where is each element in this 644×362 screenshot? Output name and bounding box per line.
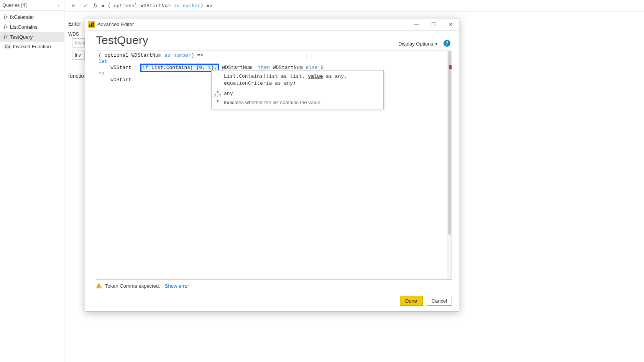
error-marker[interactable] xyxy=(449,65,452,69)
code-keyword: number xyxy=(170,52,191,58)
code-text: WDStartNum xyxy=(219,65,258,70)
dialog-title: Advanced Editor xyxy=(97,21,134,27)
status-text: Token Comma expected. xyxy=(105,283,160,289)
maximize-button[interactable]: ☐ xyxy=(425,18,442,31)
return-type: any xyxy=(224,90,380,97)
function-icon: fx xyxy=(4,14,8,20)
collapse-panel-button[interactable]: ‹ xyxy=(56,2,62,8)
formula-text-segment: ) => xyxy=(200,3,212,8)
highlighted-code: if List.Contains( {0, 1}, xyxy=(140,64,219,72)
formula-bar-text[interactable]: = ( optional WDStartNum as number) => xyxy=(102,3,213,8)
display-options-dropdown[interactable]: Display Options ▼ xyxy=(398,41,438,47)
fx-icon[interactable]: fx xyxy=(94,2,98,9)
cancel-button[interactable]: Cancel xyxy=(427,296,452,306)
svg-rect-2 xyxy=(92,22,94,27)
minimize-button[interactable]: — xyxy=(408,18,425,31)
editor-container: ( optional WDStartNum as number) => let … xyxy=(96,51,452,280)
svg-rect-0 xyxy=(89,25,90,27)
queries-sidebar: Queries [4] ‹ fx fxCalendar fx ListConta… xyxy=(0,0,64,362)
invoke-button-partial[interactable]: Inv xyxy=(72,51,85,60)
sidebar-item-label: Invoked Function xyxy=(13,44,51,49)
signature-line: List.Contains(list as list, value as any… xyxy=(224,73,380,87)
display-options-label: Display Options xyxy=(398,41,433,47)
formula-keyword: as xyxy=(174,3,180,8)
sidebar-item-invokedfunction[interactable]: 1²₃ Invoked Function xyxy=(0,42,64,51)
app-icon xyxy=(88,21,95,28)
parameter-input[interactable]: Exam xyxy=(72,38,85,48)
button-text: Inv xyxy=(75,52,81,58)
svg-rect-4 xyxy=(99,285,99,287)
code-text: WDStart xyxy=(99,77,131,83)
query-name-heading: TestQuery xyxy=(96,34,148,47)
sig-current-param: value xyxy=(308,73,323,79)
accept-formula-icon[interactable]: ✓ xyxy=(81,2,90,10)
code-keyword: else xyxy=(306,65,318,70)
warning-icon xyxy=(96,283,102,289)
code-keyword: in xyxy=(99,71,105,77)
formula-keyword: number xyxy=(182,3,200,8)
queries-list: fx fxCalendar fx ListContains fx TestQue… xyxy=(0,11,64,51)
chevron-down-icon: ▼ xyxy=(435,42,438,46)
svg-rect-5 xyxy=(99,287,99,288)
cancel-formula-icon[interactable]: ✕ xyxy=(69,2,77,10)
close-button[interactable]: ✕ xyxy=(442,18,459,31)
code-text: ) => xyxy=(191,52,203,58)
sidebar-item-fxcalendar[interactable]: fx fxCalendar xyxy=(0,12,64,22)
sidebar-item-label: fxCalendar xyxy=(10,14,34,20)
sidebar-item-label: TestQuery xyxy=(10,34,33,40)
sidebar-item-listcontains[interactable]: fx ListContains xyxy=(0,22,64,32)
sidebar-item-testquery[interactable]: fx TestQuery xyxy=(0,32,64,42)
code-number: 0 xyxy=(318,65,324,70)
dialog-button-row: Done Cancel xyxy=(85,292,459,311)
function-signature-label: functio xyxy=(68,73,84,79)
help-icon[interactable]: ? xyxy=(444,40,450,47)
show-error-link[interactable]: Show error xyxy=(165,283,189,289)
code-text: WDStart = xyxy=(99,65,140,70)
editor-scrollbar[interactable] xyxy=(447,51,452,279)
text-cursor xyxy=(307,53,307,59)
formula-text-segment: = ( optional WDStartNum xyxy=(102,3,174,8)
enter-parameters-label: Enter xyxy=(68,21,81,27)
advanced-editor-dialog: Advanced Editor — ☐ ✕ TestQuery Display … xyxy=(85,18,459,311)
intellisense-tooltip: ▲ 2/2 ▼ List.Contains(list as list, valu… xyxy=(211,70,384,109)
code-text: ( optional WDStartNum xyxy=(99,52,164,58)
queries-header: Queries [4] ‹ xyxy=(0,0,64,11)
dialog-header: TestQuery Display Options ▼ ? xyxy=(85,31,459,48)
code-keyword: let xyxy=(99,59,107,64)
signature-description: Indicates whether the list contains the … xyxy=(224,100,380,106)
down-arrow-icon[interactable]: ▼ xyxy=(217,99,219,103)
formula-bar-strip: ✕ ✓ fx = ( optional WDStartNum as number… xyxy=(64,0,644,11)
up-arrow-icon[interactable]: ▲ xyxy=(217,89,219,93)
function-icon: fx xyxy=(4,24,8,30)
sidebar-item-label: ListContains xyxy=(10,24,38,30)
code-editor[interactable]: ( optional WDStartNum as number) => let … xyxy=(96,51,452,279)
wdstartnum-label: WDS xyxy=(68,31,79,37)
code-keyword: then xyxy=(258,65,270,70)
intellisense-nav[interactable]: ▲ 2/2 ▼ xyxy=(214,89,222,103)
svg-rect-1 xyxy=(91,23,92,27)
code-keyword: as xyxy=(164,52,171,58)
status-bar: Token Comma expected. Show error xyxy=(85,280,459,292)
dialog-titlebar: Advanced Editor — ☐ ✕ xyxy=(85,18,459,31)
queries-title: Queries [4] xyxy=(2,2,27,8)
done-button[interactable]: Done xyxy=(400,296,423,306)
scroll-thumb[interactable] xyxy=(448,51,451,235)
number-table-icon: 1²₃ xyxy=(4,44,11,49)
sig-text: List.Contains(list as list, xyxy=(224,73,308,79)
code-text: WDStartNum xyxy=(270,65,306,70)
function-icon: fx xyxy=(4,34,8,40)
overload-count: 2/2 xyxy=(214,94,222,98)
